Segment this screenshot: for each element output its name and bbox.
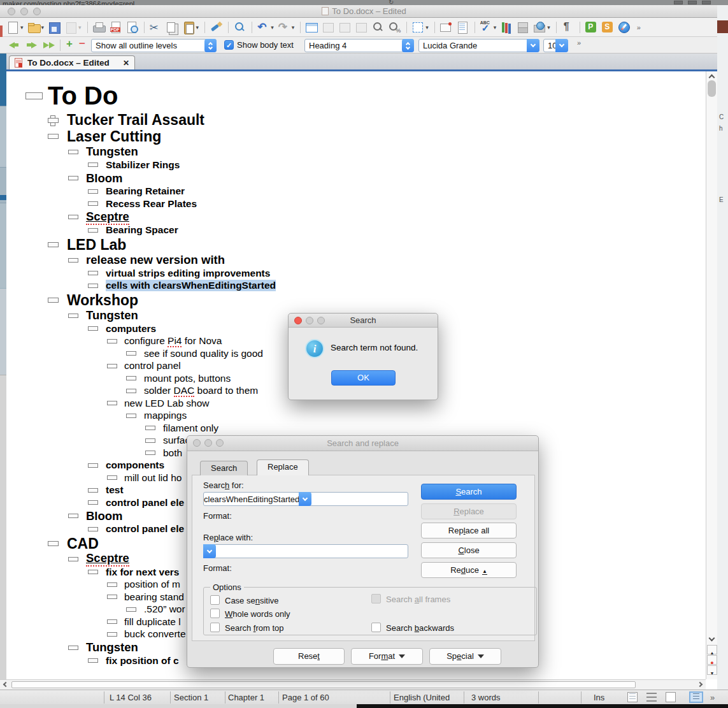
redo-button[interactable]: ▾ [276, 20, 296, 35]
collapse-marker-icon[interactable] [68, 646, 78, 650]
collapse-marker-icon[interactable] [68, 514, 78, 518]
collapse-marker-icon[interactable] [48, 134, 59, 139]
collapse-marker-icon[interactable] [145, 426, 155, 430]
document-tab[interactable]: To Do.docx – Edited ✕ [9, 55, 135, 69]
collapse-marker-icon[interactable] [68, 557, 78, 561]
dropdown-caret-icon[interactable]: ▾ [78, 24, 82, 31]
collapse-marker-icon[interactable] [88, 228, 98, 233]
collapse-marker-icon[interactable] [126, 376, 136, 380]
show-body-text-checkbox[interactable]: ✓ [224, 40, 234, 50]
p-badge-button[interactable] [583, 20, 599, 35]
collapse-icon[interactable]: − [79, 38, 85, 50]
disabled-grid-button[interactable] [320, 20, 336, 35]
demote-icon[interactable] [27, 43, 31, 47]
save-button[interactable] [46, 20, 62, 35]
navigate-by-button[interactable]: ● [707, 655, 717, 665]
outline-row[interactable]: LED Lab [6, 236, 706, 253]
outline-row[interactable]: Bearing Spacer [6, 224, 706, 237]
close-button[interactable]: Close [421, 542, 517, 558]
chevron-down-icon[interactable] [203, 544, 216, 558]
toolbar-overflow-icon[interactable]: » [637, 24, 641, 31]
collapse-marker-icon[interactable] [88, 500, 98, 505]
collapse-marker-icon[interactable] [126, 389, 136, 393]
dropdown-caret-icon[interactable]: ▾ [271, 24, 274, 31]
export-pdf-button[interactable] [108, 20, 123, 35]
stepper-icon[interactable] [402, 39, 414, 52]
outline-row[interactable]: Sceptre [6, 210, 706, 224]
dropdown-caret-icon[interactable]: ▾ [494, 24, 497, 31]
statusbar-overflow-icon[interactable]: » [710, 693, 715, 702]
collapse-marker-icon[interactable] [88, 163, 98, 167]
print-button[interactable] [91, 20, 106, 35]
statusbar-field[interactable]: Page 1 of 60 [282, 693, 329, 702]
collapse-marker-icon[interactable] [68, 215, 78, 219]
spelling-button[interactable]: ▾ [478, 20, 498, 35]
reduce-button[interactable]: Reduce▲ [421, 562, 517, 578]
outline-row[interactable]: Tucker Trail Assault [6, 112, 706, 128]
replace-with-input[interactable] [203, 544, 408, 558]
dropdown-caret-icon[interactable]: ▾ [41, 24, 45, 31]
outline-row[interactable]: Recess Rear Plates [6, 198, 706, 210]
copy-button[interactable] [164, 20, 180, 35]
stepper-icon[interactable] [204, 39, 217, 52]
whole-words-checkbox[interactable] [210, 609, 220, 618]
scroll-right-icon[interactable] [697, 682, 703, 687]
s-badge-button[interactable] [600, 20, 615, 35]
collapse-marker-icon[interactable] [48, 298, 59, 303]
expand-marker-icon[interactable] [48, 115, 57, 125]
statusbar-field[interactable]: 3 words [471, 693, 501, 702]
horizontal-scroll-thumb[interactable] [11, 681, 636, 688]
collapse-marker-icon[interactable] [48, 242, 59, 247]
chevron-down-icon[interactable] [527, 39, 539, 52]
collapse-marker-icon[interactable] [126, 414, 136, 418]
outline-row[interactable]: filament only [6, 422, 706, 435]
outline-row[interactable]: virtual strips editing improvements [6, 267, 706, 280]
collapse-marker-icon[interactable] [107, 364, 117, 368]
replace-button[interactable]: Replace [421, 503, 517, 519]
special-menu-button[interactable]: Special [429, 648, 501, 665]
scroll-down-icon[interactable] [709, 635, 715, 642]
statusbar-field[interactable]: English (United [394, 693, 450, 702]
collapse-marker-icon[interactable] [88, 326, 98, 331]
collapse-marker-icon[interactable] [88, 527, 98, 531]
zoom-button[interactable] [370, 20, 385, 35]
horizontal-scrollbar[interactable] [0, 679, 706, 690]
collapse-marker-icon[interactable] [107, 632, 117, 637]
statusbar-field[interactable]: L 14 Col 36 [110, 693, 152, 702]
collapse-marker-icon[interactable] [88, 658, 98, 663]
dropdown-caret-icon[interactable]: ▾ [196, 24, 199, 31]
reset-button[interactable]: Reset [273, 648, 345, 665]
pilcrow-button[interactable] [560, 20, 575, 35]
collapse-marker-icon[interactable] [107, 475, 117, 480]
collapse-marker-icon[interactable] [88, 284, 98, 288]
statusbar-field[interactable]: Section 1 [174, 693, 208, 702]
outline-row[interactable]: To Do [6, 80, 706, 112]
collapse-marker-icon[interactable] [25, 92, 43, 99]
dropdown-caret-icon[interactable]: ▾ [547, 24, 550, 31]
dropdown-caret-icon[interactable]: ▾ [20, 24, 24, 31]
view-book-icon[interactable] [666, 692, 676, 702]
search-button[interactable]: Search [421, 484, 517, 500]
collapse-marker-icon[interactable] [107, 582, 117, 587]
disabled-grid-button[interactable] [353, 20, 369, 35]
statusbar-field[interactable]: Chapter 1 [228, 693, 264, 702]
outline-row[interactable]: mappings [6, 410, 706, 423]
clone-formatting-button[interactable] [208, 20, 224, 35]
vertical-scrollbar[interactable]: ▲ ● ▼ [706, 71, 717, 679]
case-sensitive-checkbox[interactable] [210, 595, 220, 605]
insert-table-button[interactable] [304, 20, 319, 35]
font-name-combo[interactable]: Lucida Grande [418, 39, 539, 52]
collapse-marker-icon[interactable] [88, 189, 98, 194]
search-backwards-checkbox[interactable] [371, 623, 381, 632]
collapse-marker-icon[interactable] [126, 351, 136, 356]
outline-levels-select[interactable]: Show all outline levels [91, 39, 217, 52]
replace-dialog-titlebar[interactable]: Search and replace [187, 436, 538, 451]
move-down-icon-2[interactable] [49, 42, 55, 48]
collapse-marker-icon[interactable] [68, 176, 78, 180]
outline-row[interactable]: Tungsten [6, 145, 706, 159]
collapse-marker-icon[interactable] [88, 488, 98, 493]
statusbar-field[interactable]: Ins [594, 693, 604, 702]
search-for-input[interactable]: clearsWhenEditingStarted [203, 492, 408, 506]
close-dialog-button[interactable] [193, 439, 201, 447]
scroll-up-icon[interactable] [709, 75, 715, 81]
